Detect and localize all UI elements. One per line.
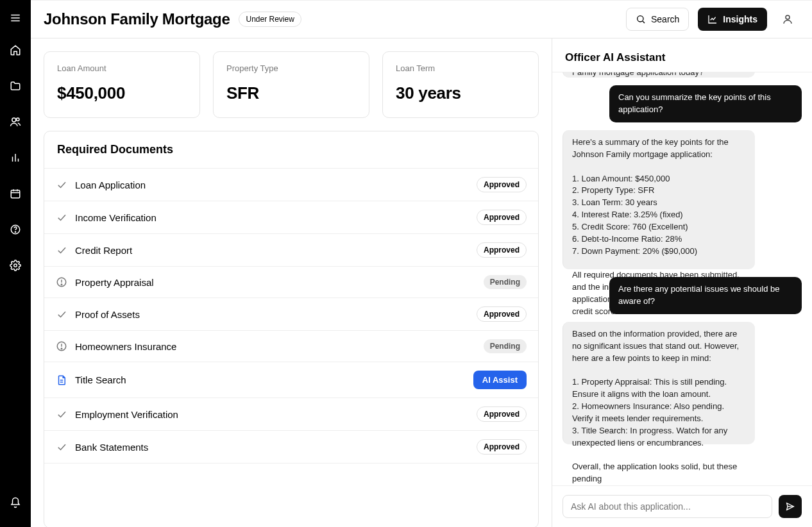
document-label: Credit Report — [75, 245, 132, 256]
summary-card: Property TypeSFR — [213, 51, 369, 118]
menu-icon — [10, 12, 21, 24]
user-message: Are there any potential issues we should… — [609, 277, 802, 314]
assistant-messages[interactable]: Hello! How can I assist you with the Joh… — [552, 72, 812, 485]
check-icon — [56, 212, 67, 223]
check-icon — [56, 408, 67, 420]
sidebar-item-folder[interactable] — [5, 76, 26, 96]
line-chart-icon — [707, 14, 718, 24]
summary-card-value: 30 years — [396, 83, 525, 103]
svg-point-4 — [17, 118, 20, 121]
sidebar-item-calendar[interactable] — [5, 183, 26, 204]
search-label: Search — [651, 14, 679, 24]
document-status-badge: Approved — [477, 210, 527, 225]
user-message: Can you summarize the key points of this… — [609, 85, 802, 122]
check-icon — [56, 244, 67, 256]
send-icon — [785, 501, 795, 512]
document-label: Property Appraisal — [75, 277, 154, 288]
status-badge: Under Review — [239, 12, 301, 27]
document-row[interactable]: Loan ApplicationApproved — [44, 168, 538, 201]
send-button[interactable] — [779, 495, 802, 518]
sidebar-item-help[interactable] — [5, 219, 26, 240]
search-button[interactable]: Search — [626, 8, 689, 31]
sidebar-nav — [0, 0, 31, 527]
assistant-composer — [552, 485, 812, 527]
alert-icon — [56, 276, 67, 288]
document-row[interactable]: Proof of AssetsApproved — [44, 298, 538, 331]
home-icon — [10, 44, 21, 56]
assistant-message: Here's a summary of the key points for t… — [562, 130, 755, 269]
document-status-badge: Approved — [477, 177, 527, 192]
document-label: Homeowners Insurance — [75, 341, 176, 352]
summary-card-label: Loan Amount — [57, 63, 187, 73]
assistant-title: Officer AI Assistant — [552, 38, 812, 72]
menu-toggle-button[interactable] — [5, 8, 26, 28]
summary-card: Loan Term30 years — [382, 51, 539, 118]
svg-point-3 — [12, 118, 16, 122]
insights-label: Insights — [723, 14, 757, 24]
document-status-badge: Pending — [484, 275, 527, 289]
document-status-badge: Approved — [477, 406, 527, 422]
document-status-badge: Approved — [477, 306, 527, 322]
main-content: Loan Amount$450,000Property TypeSFRLoan … — [31, 38, 552, 527]
summary-card-label: Loan Term — [396, 63, 525, 73]
svg-point-17 — [786, 15, 790, 19]
assistant-message: Based on the information provided, there… — [562, 322, 755, 444]
sidebar-item-users[interactable] — [5, 112, 26, 132]
svg-line-16 — [643, 21, 645, 23]
document-row[interactable]: Property AppraisalPending — [44, 267, 538, 298]
insights-button[interactable]: Insights — [698, 8, 767, 31]
document-label: Bank Statements — [75, 442, 148, 453]
search-icon — [636, 14, 646, 24]
sidebar-item-notifications[interactable] — [5, 492, 26, 513]
document-row[interactable]: Employment VerificationApproved — [44, 398, 538, 431]
document-status-badge: Pending — [484, 339, 527, 353]
document-status-badge: Approved — [477, 242, 527, 258]
svg-rect-8 — [11, 190, 20, 198]
summary-card-value: SFR — [226, 83, 356, 103]
summary-card-value: $450,000 — [57, 83, 187, 103]
document-label: Employment Verification — [75, 409, 178, 420]
document-row[interactable]: Bank StatementsApproved — [44, 431, 538, 464]
documents-heading: Required Documents — [44, 131, 538, 160]
svg-point-15 — [638, 16, 643, 22]
page-title: Johnson Family Mortgage — [44, 10, 230, 28]
summary-card: Loan Amount$450,000 — [44, 51, 200, 118]
ai-assist-button[interactable]: AI Assist — [473, 371, 527, 389]
folder-icon — [10, 80, 21, 92]
check-icon — [56, 441, 67, 453]
user-menu-button[interactable] — [776, 13, 799, 25]
document-row[interactable]: Credit ReportApproved — [44, 234, 538, 267]
users-icon — [10, 116, 21, 128]
summary-card-label: Property Type — [226, 63, 356, 73]
assistant-panel: Officer AI Assistant Hello! How can I as… — [552, 38, 812, 527]
document-icon — [56, 374, 67, 386]
document-row[interactable]: Income VerificationApproved — [44, 201, 538, 234]
document-label: Income Verification — [75, 212, 156, 223]
svg-point-20 — [61, 284, 62, 285]
user-icon — [782, 13, 793, 25]
svg-point-23 — [61, 348, 62, 349]
document-status-badge: Approved — [477, 439, 527, 455]
check-icon — [56, 308, 67, 320]
assistant-input[interactable] — [562, 495, 772, 518]
check-icon — [56, 179, 67, 190]
gear-icon — [10, 260, 21, 271]
help-icon — [10, 224, 21, 235]
svg-point-13 — [15, 231, 15, 232]
document-label: Loan Application — [75, 180, 146, 190]
sidebar-item-home[interactable] — [5, 40, 26, 60]
sidebar-item-analytics[interactable] — [5, 147, 26, 168]
summary-cards: Loan Amount$450,000Property TypeSFRLoan … — [44, 51, 539, 118]
bell-icon — [10, 497, 21, 508]
sidebar-item-settings[interactable] — [5, 255, 26, 276]
page-header: Johnson Family Mortgage Under Review Sea… — [31, 1, 812, 38]
documents-panel: Required Documents Loan ApplicationAppro… — [44, 131, 539, 527]
document-row[interactable]: Title SearchAI Assist — [44, 362, 538, 398]
assistant-message: Hello! How can I assist you with the Joh… — [562, 72, 755, 78]
svg-point-14 — [14, 264, 17, 267]
document-row[interactable]: Homeowners InsurancePending — [44, 331, 538, 362]
alert-icon — [56, 340, 67, 352]
bar-chart-icon — [10, 152, 21, 163]
document-label: Proof of Assets — [75, 309, 140, 320]
calendar-icon — [10, 188, 21, 199]
